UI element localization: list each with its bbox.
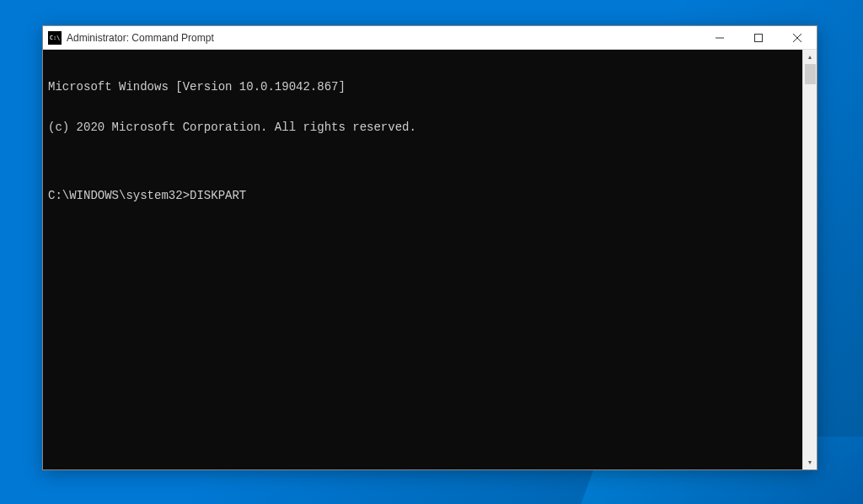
window-controls: [700, 26, 817, 49]
console-prompt: C:\WINDOWS\system32>: [48, 189, 190, 202]
console-command: DISKPART: [190, 189, 246, 202]
minimize-icon: [716, 34, 724, 42]
console-area: Microsoft Windows [Version 10.0.19042.86…: [43, 50, 817, 469]
maximize-button[interactable]: [739, 26, 778, 49]
close-icon: [793, 34, 801, 42]
vertical-scrollbar[interactable]: ▴ ▾: [802, 50, 817, 469]
console-prompt-line: C:\WINDOWS\system32>DISKPART: [48, 189, 797, 202]
scrollbar-thumb[interactable]: [805, 64, 816, 84]
console-line-version: Microsoft Windows [Version 10.0.19042.86…: [48, 80, 797, 94]
console-content[interactable]: Microsoft Windows [Version 10.0.19042.86…: [43, 50, 802, 469]
maximize-icon: [754, 34, 763, 42]
command-prompt-window: C:\ Administrator: Command Prompt Micros…: [42, 25, 817, 470]
scroll-up-arrow[interactable]: ▴: [803, 50, 817, 64]
scrollbar-track[interactable]: [803, 64, 817, 455]
cmd-icon: C:\: [48, 31, 62, 45]
scroll-down-arrow[interactable]: ▾: [803, 455, 817, 469]
titlebar[interactable]: C:\ Administrator: Command Prompt: [43, 26, 817, 50]
close-button[interactable]: [778, 26, 817, 49]
window-title: Administrator: Command Prompt: [67, 32, 700, 44]
minimize-button[interactable]: [700, 26, 739, 49]
console-line-copyright: (c) 2020 Microsoft Corporation. All righ…: [48, 121, 797, 134]
svg-rect-1: [755, 34, 763, 41]
